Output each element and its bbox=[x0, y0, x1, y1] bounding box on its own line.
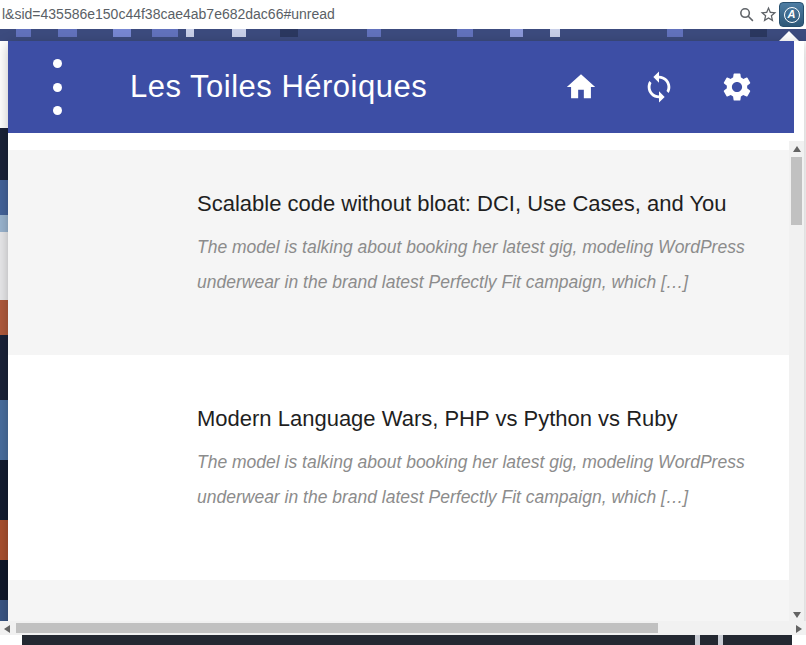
menu-button[interactable] bbox=[48, 59, 66, 115]
settings-button[interactable] bbox=[720, 70, 754, 104]
scroll-down-arrow-icon[interactable] bbox=[793, 612, 801, 618]
article-excerpt: The model is talking about booking her l… bbox=[197, 230, 749, 299]
extension-popup: Les Toiles Héroiques Scalable code witho… bbox=[8, 41, 804, 635]
scroll-right-arrow-icon[interactable] bbox=[796, 625, 802, 633]
sync-icon bbox=[642, 70, 676, 104]
zoom-magnifier-icon[interactable] bbox=[738, 6, 755, 23]
bookmark-star-icon[interactable] bbox=[759, 5, 778, 24]
article-title: Scalable code without bloat: DCI, Use Ca… bbox=[197, 190, 749, 217]
background-page-header bbox=[0, 29, 806, 41]
horizontal-scrollbar[interactable] bbox=[0, 621, 806, 635]
vertical-scrollbar[interactable] bbox=[789, 141, 804, 623]
vertical-scrollbar-thumb[interactable] bbox=[791, 157, 802, 225]
background-page-left-sliver bbox=[0, 41, 8, 635]
article-item[interactable]: Modern Language Wars, PHP vs Python vs R… bbox=[8, 365, 789, 570]
extension-icon[interactable]: A bbox=[779, 2, 804, 27]
extension-logo-ring: A bbox=[784, 7, 800, 23]
background-page-bottom-sliver bbox=[0, 635, 806, 645]
scroll-up-arrow-icon[interactable] bbox=[793, 146, 801, 152]
article-excerpt: The model is talking about booking her l… bbox=[197, 445, 749, 514]
article-item[interactable]: Scalable code without bloat: DCI, Use Ca… bbox=[8, 150, 789, 355]
app-header: Les Toiles Héroiques bbox=[8, 41, 794, 133]
popup-caret bbox=[779, 31, 799, 41]
home-button[interactable] bbox=[564, 70, 598, 104]
article-title: Modern Language Wars, PHP vs Python vs R… bbox=[197, 405, 749, 432]
horizontal-scrollbar-thumb[interactable] bbox=[16, 623, 658, 633]
gear-icon bbox=[720, 70, 754, 104]
home-icon bbox=[564, 70, 598, 104]
app-title: Les Toiles Héroiques bbox=[130, 69, 427, 105]
extension-logo-letter: A bbox=[788, 9, 796, 20]
article-list: Scalable code without bloat: DCI, Use Ca… bbox=[8, 133, 789, 635]
refresh-button[interactable] bbox=[642, 70, 676, 104]
url-text[interactable]: l&sid=435586e150c44f38cae4ab7e682dac66#u… bbox=[2, 6, 335, 22]
scroll-left-arrow-icon[interactable] bbox=[4, 625, 10, 633]
browser-url-bar[interactable]: l&sid=435586e150c44f38cae4ab7e682dac66#u… bbox=[0, 0, 806, 29]
